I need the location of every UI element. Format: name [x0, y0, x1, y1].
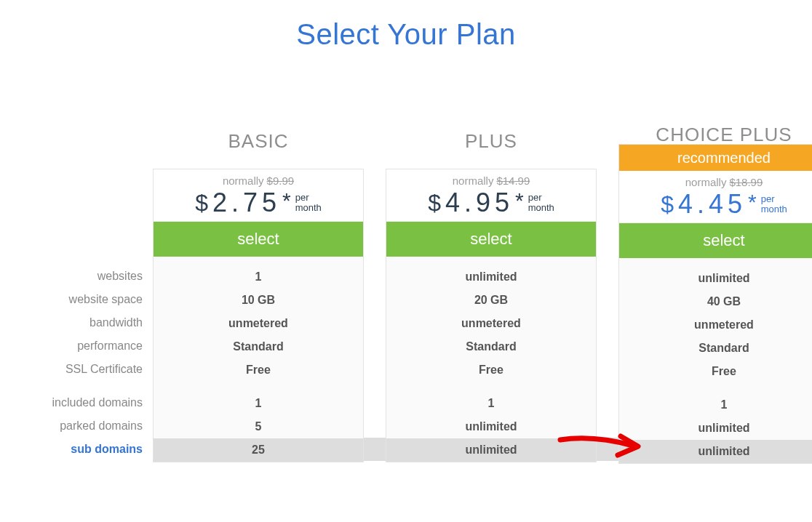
- feature-value: unlimited: [619, 267, 812, 290]
- feature-label: performance: [15, 334, 143, 358]
- asterisk-icon: *: [282, 190, 291, 212]
- plan-card: normally$14.99$4.95*permonthselectunlimi…: [386, 169, 597, 462]
- feature-label: websites: [15, 265, 143, 288]
- feature-value: unlimited: [386, 265, 596, 289]
- feature-labels-column: websiteswebsite spacebandwidthperformanc…: [15, 124, 153, 461]
- price-block: normally$14.99$4.95*permonth: [386, 169, 596, 222]
- feature-value: Free: [386, 358, 596, 382]
- column-gap: [597, 124, 618, 461]
- feature-value: 1: [154, 265, 363, 289]
- feature-value: 10 GB: [154, 289, 363, 312]
- arrow-annotation: [597, 438, 618, 461]
- feature-label: sub domains: [15, 438, 143, 461]
- feature-value: 1: [386, 392, 596, 415]
- feature-label: parked domains: [15, 414, 143, 438]
- feature-value: 40 GB: [619, 290, 812, 313]
- select-button[interactable]: select: [619, 223, 812, 258]
- arrow-icon: [557, 422, 651, 464]
- price-block: normally$9.99$2.75*permonth: [154, 169, 363, 222]
- feature-label: website space: [15, 288, 143, 311]
- feature-value: 5: [154, 415, 363, 438]
- plan-column: BASICnormally$9.99$2.75*permonthselect11…: [153, 124, 364, 462]
- asterisk-icon: *: [748, 191, 757, 213]
- feature-label: SSL Certificate: [15, 358, 143, 381]
- feature-value: 1: [619, 393, 812, 417]
- recommended-banner: recommended: [619, 145, 812, 171]
- plan-column: CHOICE PLUSrecommendednormally$18.99$4.4…: [618, 124, 812, 464]
- feature-value: 25: [154, 438, 363, 462]
- feature-value: 20 GB: [386, 289, 596, 312]
- price: $4.95*permonth: [392, 190, 590, 216]
- select-button[interactable]: select: [386, 222, 596, 257]
- select-button[interactable]: select: [154, 222, 363, 257]
- price: $2.75*permonth: [159, 190, 357, 216]
- feature-label: bandwidth: [15, 311, 143, 334]
- plan-card: recommendednormally$18.99$4.45*permonths…: [618, 144, 812, 464]
- feature-value: 1: [154, 392, 363, 415]
- feature-value: unmetered: [386, 312, 596, 335]
- plan-card: normally$9.99$2.75*permonthselect110 GBu…: [153, 169, 364, 462]
- feature-label: included domains: [15, 391, 143, 414]
- feature-value: Free: [154, 358, 363, 382]
- feature-value: unmetered: [619, 313, 812, 337]
- plan-name: BASIC: [228, 130, 288, 153]
- price-block: normally$18.99$4.45*permonth: [619, 171, 812, 223]
- normal-price: normally$14.99: [392, 174, 590, 187]
- page-title: Select Your Plan: [15, 18, 797, 51]
- normal-price: normally$18.99: [625, 176, 812, 188]
- feature-value: Standard: [386, 335, 596, 358]
- column-gap: [364, 124, 386, 461]
- feature-value: Standard: [619, 337, 812, 360]
- feature-value: Standard: [154, 335, 363, 358]
- feature-value: unmetered: [154, 312, 363, 335]
- plan-name: CHOICE PLUS: [656, 124, 792, 146]
- feature-value: Free: [619, 360, 812, 383]
- normal-price: normally$9.99: [159, 174, 357, 187]
- plan-name: PLUS: [465, 130, 517, 153]
- asterisk-icon: *: [515, 190, 524, 212]
- price: $4.45*permonth: [625, 191, 812, 217]
- plan-column: PLUSnormally$14.99$4.95*permonthselectun…: [386, 124, 597, 462]
